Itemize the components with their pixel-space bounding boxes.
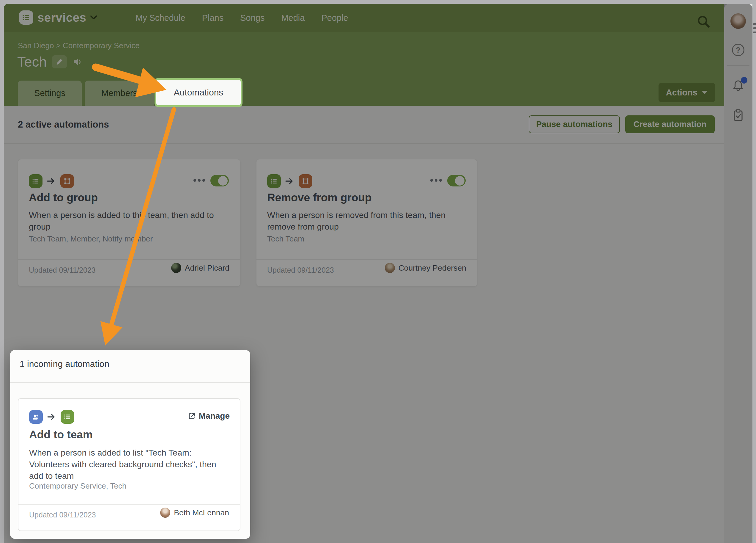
services-icon (61, 410, 74, 424)
divider (10, 382, 250, 383)
card-meta: Contemporary Service, Tech (29, 481, 127, 491)
arrow-right-icon (47, 413, 56, 421)
people-icon (29, 410, 43, 424)
divider (18, 504, 240, 505)
edge-menu-icon[interactable] (753, 23, 756, 33)
card-title: Add to team (29, 429, 93, 441)
avatar (160, 508, 170, 518)
card-author: Beth McLennan (160, 508, 229, 518)
incoming-automation-popup: 1 incoming automation (10, 350, 250, 539)
updated-date: Updated 09/11/2023 (29, 511, 96, 519)
manage-link[interactable]: Manage (188, 411, 230, 421)
external-link-icon (188, 412, 196, 420)
automation-card-add-to-team: Manage Add to team When a person is adde… (18, 398, 240, 531)
popup-heading: 1 incoming automation (20, 359, 109, 369)
tab-automations[interactable]: Automations (155, 78, 242, 107)
card-description: When a person is added to list "Tech Tea… (29, 447, 224, 481)
